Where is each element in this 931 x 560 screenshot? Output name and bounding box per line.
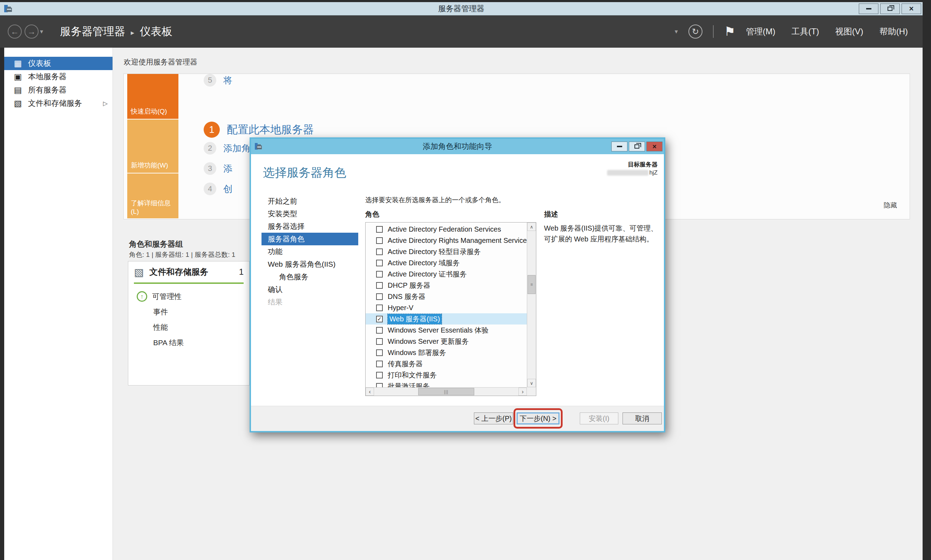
dialog-close-button[interactable]: × xyxy=(646,142,663,151)
role-checkbox[interactable]: ✓ xyxy=(376,293,383,300)
role-checkbox[interactable]: ✓ xyxy=(376,248,383,255)
sidebar-item[interactable]: ▦ 仪表板 ▷ xyxy=(4,57,112,70)
step-label[interactable]: 添 xyxy=(223,163,232,175)
flag-icon[interactable]: ⚑ xyxy=(724,24,736,39)
role-checkbox[interactable]: ✓ xyxy=(376,316,383,322)
step-item[interactable]: 3 添 xyxy=(204,162,232,175)
role-checkbox[interactable]: ✓ xyxy=(376,383,383,388)
vertical-scroll-thumb[interactable]: ≡ xyxy=(528,275,536,294)
role-checkbox[interactable]: ✓ xyxy=(376,338,383,345)
scroll-left-button[interactable]: ‹ xyxy=(366,388,374,395)
wizard-nav-item[interactable]: 功能 xyxy=(262,245,358,258)
hide-link[interactable]: 隐藏 xyxy=(884,201,897,210)
wizard-nav-item[interactable]: Web 服务器角色(IIS) xyxy=(262,258,358,271)
card-status-row[interactable]: ↑ 事件 xyxy=(128,304,249,320)
dialog-minimize-button[interactable] xyxy=(611,142,628,151)
wizard-nav-item[interactable]: 服务器角色 xyxy=(262,233,358,245)
step-item[interactable]: 4 创 xyxy=(204,183,232,195)
role-row[interactable]: ✓ DNS 服务器 xyxy=(366,291,527,302)
file-storage-title[interactable]: 文件和存储服务 xyxy=(149,266,208,277)
role-row[interactable]: ✓ Active Directory 域服务 xyxy=(366,257,527,268)
role-row[interactable]: ✓ DHCP 服务器 xyxy=(366,280,527,291)
role-row[interactable]: ✓ Windows 部署服务 xyxy=(366,347,527,358)
header-divider xyxy=(713,25,714,38)
card-row-label[interactable]: 性能 xyxy=(153,322,168,332)
menu-item[interactable]: 管理(M) xyxy=(746,26,776,37)
wizard-button[interactable]: < 上一步(P) xyxy=(474,412,513,425)
minimize-button[interactable] xyxy=(859,3,879,14)
scroll-up-button[interactable]: ∧ xyxy=(527,223,536,231)
role-row[interactable]: ✓ 打印和文件服务 xyxy=(366,369,527,381)
wizard-nav-label: 开始之前 xyxy=(268,196,297,206)
step-label[interactable]: 配置此本地服务器 xyxy=(227,122,314,137)
wizard-button[interactable]: 下一步(N) > xyxy=(517,412,559,425)
step-item[interactable]: 1 配置此本地服务器 xyxy=(204,122,314,138)
sidebar-item[interactable]: ▤ 所有服务器 ▷ xyxy=(4,83,112,97)
role-checkbox[interactable]: ✓ xyxy=(376,282,383,289)
forward-button[interactable]: → xyxy=(25,25,38,38)
card-row-label[interactable]: BPA 结果 xyxy=(153,338,184,348)
vertical-scrollbar[interactable]: ∧ ≡ ∨ xyxy=(527,223,536,387)
wizard-nav-item[interactable]: 安装类型 xyxy=(262,208,358,220)
role-checkbox[interactable]: ✓ xyxy=(376,305,383,311)
role-row[interactable]: ✓ Active Directory 证书服务 xyxy=(366,268,527,280)
sidebar-item[interactable]: ▣ 本地服务器 ▷ xyxy=(4,70,112,83)
wizard-nav-item[interactable]: 结果 xyxy=(262,296,358,308)
role-checkbox[interactable]: ✓ xyxy=(376,226,383,233)
wizard-nav-item[interactable]: 角色服务 xyxy=(262,271,358,283)
role-row[interactable]: ✓ Hyper-V xyxy=(366,302,527,313)
wizard-button[interactable]: 安装(I) xyxy=(580,412,618,425)
role-row[interactable]: ✓ 批量激活服务 xyxy=(366,381,527,387)
role-row[interactable]: ✓ Windows Server Essentials 体验 xyxy=(366,325,527,336)
role-checkbox[interactable]: ✓ xyxy=(376,237,383,244)
card-status-row[interactable]: ↑ BPA 结果 xyxy=(128,335,249,351)
horizontal-scrollbar[interactable]: ‹ ||| › xyxy=(366,387,527,395)
menu-item[interactable]: 帮助(H) xyxy=(879,26,908,37)
card-status-row[interactable]: ↑ 可管理性 xyxy=(128,289,249,304)
role-checkbox[interactable]: ✓ xyxy=(376,260,383,266)
wizard-nav-item[interactable]: 确认 xyxy=(262,283,358,296)
card-row-label[interactable]: 可管理性 xyxy=(152,292,182,302)
manageability-up-icon: ↑ xyxy=(137,291,147,302)
breadcrumb-root[interactable]: 服务器管理器 xyxy=(60,24,125,39)
refresh-icon[interactable]: ↻ xyxy=(688,25,702,38)
quick-start-tile[interactable]: 了解详细信息(L) xyxy=(127,174,179,218)
role-row[interactable]: ✓ Web 服务器(IIS) xyxy=(366,313,527,325)
card-status-row[interactable]: ↑ 性能 xyxy=(128,320,249,335)
scroll-down-button[interactable]: ∨ xyxy=(527,379,536,387)
nav-caret-icon[interactable]: ▾ xyxy=(40,28,43,35)
role-row[interactable]: ✓ Windows Server 更新服务 xyxy=(366,336,527,347)
close-button[interactable]: × xyxy=(902,3,921,14)
expand-arrow-icon[interactable]: ▷ xyxy=(103,100,108,107)
role-checkbox[interactable]: ✓ xyxy=(376,349,383,356)
notifications-caret-icon[interactable]: ▾ xyxy=(675,28,678,35)
scroll-right-button[interactable]: › xyxy=(519,388,527,395)
wizard-button[interactable]: 取消 xyxy=(623,412,662,425)
role-checkbox[interactable]: ✓ xyxy=(376,327,383,334)
card-row-label[interactable]: 事件 xyxy=(153,307,168,317)
step-label[interactable]: 将 xyxy=(223,74,232,86)
wizard-nav-item[interactable]: 服务器选择 xyxy=(262,220,358,233)
menu-item[interactable]: 视图(V) xyxy=(835,26,863,37)
role-row[interactable]: ✓ Active Directory Rights Management Ser… xyxy=(366,235,527,246)
menu-item[interactable]: 工具(T) xyxy=(791,26,819,37)
quick-start-tile[interactable]: 快速启动(Q) xyxy=(127,74,179,119)
dialog-maximize-button[interactable] xyxy=(629,142,645,151)
step-item[interactable]: 5 将 xyxy=(204,74,232,86)
horizontal-scroll-thumb[interactable]: ||| xyxy=(418,388,474,395)
step-label[interactable]: 创 xyxy=(223,183,232,195)
restore-button[interactable] xyxy=(880,3,900,14)
wizard-nav-item[interactable]: 开始之前 xyxy=(262,195,358,208)
quick-start-column: 快速启动(Q) 新增功能(W) 了解详细信息(L) xyxy=(127,74,179,218)
role-checkbox[interactable]: ✓ xyxy=(376,361,383,367)
role-checkbox[interactable]: ✓ xyxy=(376,372,383,378)
sidebar-item[interactable]: ▧ 文件和存储服务 ▷ xyxy=(4,97,112,110)
role-row[interactable]: ✓ Active Directory 轻型目录服务 xyxy=(366,246,527,257)
file-storage-card-header[interactable]: ▧ 文件和存储服务 1 xyxy=(134,262,244,284)
back-button[interactable]: ← xyxy=(8,25,22,38)
step-number-badge: 4 xyxy=(204,183,216,195)
role-row[interactable]: ✓ 传真服务器 xyxy=(366,358,527,369)
quick-start-tile[interactable]: 新增功能(W) xyxy=(127,120,179,173)
role-row[interactable]: ✓ Active Directory Federation Services xyxy=(366,223,527,235)
role-checkbox[interactable]: ✓ xyxy=(376,271,383,277)
